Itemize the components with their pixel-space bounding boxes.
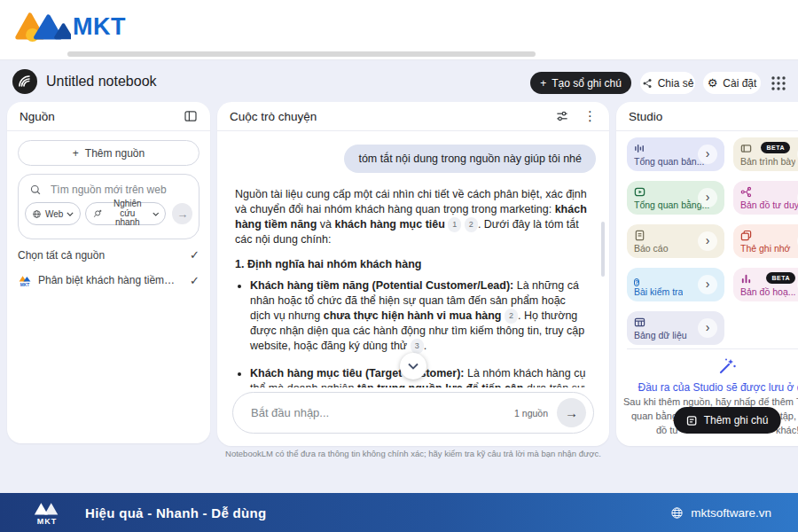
footer-mkt-logo-text: MKT — [37, 517, 58, 526]
scroll-to-bottom-button[interactable] — [400, 353, 426, 379]
response-heading: 1. Định nghĩa hai nhóm khách hàng — [235, 257, 588, 272]
plus-icon: + — [73, 147, 79, 160]
mkt-logo: MKT — [12, 6, 126, 47]
notebook-title[interactable]: Untitled notebook — [46, 74, 157, 90]
card-quiz[interactable]: ? Bài kiểm tra › — [627, 268, 724, 301]
globe-icon — [670, 506, 684, 520]
chat-panel: Cuộc trò chuyện ⋮ tóm tắt nội dung trong… — [217, 102, 609, 446]
card-flashcards[interactable]: Thẻ ghi nhớ › — [733, 224, 798, 258]
share-icon — [642, 78, 653, 89]
chevron-down-icon — [66, 212, 74, 216]
more-menu-icon[interactable]: ⋮ — [583, 108, 597, 124]
studio-panel-title: Studio — [629, 110, 662, 123]
citation-chip[interactable]: 1 — [448, 217, 461, 232]
search-submit-button[interactable]: → — [172, 203, 192, 224]
footer-website[interactable]: mktsoftware.vn — [670, 506, 771, 520]
sources-panel-title: Nguồn — [20, 110, 55, 123]
studio-empty-title: Đầu ra của Studio sẽ được lưu ở đây. — [616, 381, 798, 394]
citation-chip[interactable]: 2 — [505, 309, 518, 324]
chat-input-box: 1 nguồn → — [232, 392, 594, 434]
response-bullet: Khách hàng tiềm năng (Potential Customer… — [250, 278, 588, 354]
chevron-down-icon — [153, 212, 159, 216]
chat-panel-title: Cuộc trò chuyện — [230, 110, 317, 123]
share-button[interactable]: Chia sẻ — [640, 72, 695, 94]
chevron-right-icon[interactable]: › — [698, 188, 717, 207]
web-search-input[interactable] — [49, 183, 182, 197]
chat-input[interactable] — [249, 405, 514, 420]
citation-chip[interactable]: 2 — [465, 217, 478, 232]
web-search-card: Web Nghiên cứunhanh → — [18, 174, 200, 239]
web-filter-chip[interactable]: Web — [25, 202, 81, 225]
citation-chip[interactable]: 3 — [411, 339, 424, 354]
card-report[interactable]: Báo cáo › — [627, 224, 724, 258]
card-data-table[interactable]: Bảng dữ liệu › — [627, 311, 724, 345]
sources-panel: Nguồn + Thêm nguồn — [7, 102, 210, 443]
svg-text:MKT: MKT — [20, 283, 29, 287]
mind-map-icon — [740, 186, 752, 198]
footer-mkt-logo-icon — [32, 499, 62, 517]
horizontal-scrollbar[interactable] — [67, 51, 536, 57]
source-favicon-mkt: MKT — [18, 273, 32, 287]
studio-hint-line1: Sau khi thêm nguồn, hãy nhấp để thêm T — [623, 396, 798, 407]
search-icon — [29, 184, 42, 196]
add-note-button[interactable]: Thêm ghi chú — [674, 407, 781, 434]
video-overview-icon — [634, 186, 645, 198]
card-video-overview[interactable]: Tổng quan bằng... › — [627, 181, 724, 215]
mkt-logo-icon — [12, 6, 71, 47]
create-note-button[interactable]: + Tạo sổ ghi chú — [530, 72, 631, 94]
disclaimer-text: NotebookLM có thể đưa ra thông tin không… — [217, 449, 609, 458]
source-count: 1 nguồn — [514, 408, 548, 419]
report-icon — [634, 230, 645, 241]
chat-messages: tóm tắt nội dung trong nguồn này giúp tô… — [217, 132, 609, 387]
source-list-item[interactable]: MKT Phân biệt khách hàng tiềm năng ... ✓ — [18, 273, 200, 287]
beta-badge: BETA — [766, 272, 795, 284]
chat-scrollbar[interactable] — [601, 222, 605, 277]
audio-overview-icon — [634, 143, 645, 154]
chevron-right-icon[interactable]: › — [698, 318, 717, 338]
footer-mkt-logo: MKT — [32, 499, 62, 526]
chevron-right-icon[interactable]: › — [698, 145, 717, 164]
arrow-right-icon: → — [176, 207, 188, 221]
research-mode-chip[interactable]: Nghiên cứunhanh — [85, 202, 166, 225]
collapse-panel-icon[interactable] — [184, 109, 198, 123]
tune-icon[interactable] — [555, 109, 569, 123]
site-footer: MKT Hiệu quả - Nhanh - Dễ dùng mktsoftwa… — [0, 493, 798, 532]
studio-panel: Studio Tổng quan bản... › BETA Bản trình… — [616, 102, 798, 446]
chevron-right-icon[interactable]: › — [698, 231, 717, 251]
card-audio-overview[interactable]: Tổng quan bản... › — [627, 137, 724, 171]
user-message-bubble: tóm tắt nội dung trong nguồn này giúp tô… — [344, 145, 596, 173]
magic-wand-icon — [616, 356, 798, 380]
apps-grid-icon[interactable] — [771, 75, 786, 91]
arrow-right-icon: → — [565, 405, 578, 420]
card-infographic[interactable]: BETA Bản đồ hoạ... › — [733, 268, 798, 301]
globe-icon — [32, 209, 42, 219]
page: MKT Untitled notebook + Tạo sổ ghi chú C… — [0, 0, 798, 532]
settings-button[interactable]: ⚙ Cài đặt — [703, 72, 761, 94]
chevron-right-icon[interactable]: › — [698, 275, 717, 294]
card-mind-map[interactable]: Bản đồ tư duy › — [733, 181, 798, 215]
add-source-button[interactable]: + Thêm nguồn — [18, 140, 200, 166]
source-title: Phân biệt khách hàng tiềm năng ... — [38, 274, 176, 286]
studio-divider — [627, 348, 798, 349]
chevron-down-icon — [408, 363, 419, 370]
presentation-icon — [740, 143, 752, 154]
select-all-checkbox[interactable]: ✓ — [190, 248, 200, 262]
footer-tagline: Hiệu quả - Nhanh - Dễ dùng — [85, 505, 266, 520]
quiz-icon: ? — [634, 278, 639, 286]
card-presentation[interactable]: BETA Bản trình bày › — [733, 137, 798, 171]
site-header: MKT — [0, 0, 798, 60]
plus-icon: + — [540, 77, 546, 90]
notebooklm-app: Untitled notebook + Tạo sổ ghi chú Chia … — [0, 60, 798, 493]
flashcards-icon — [740, 230, 752, 241]
quick-research-icon — [92, 208, 102, 219]
select-all-row: Chọn tất cả nguồn ✓ — [18, 248, 200, 262]
mkt-logo-text: MKT — [73, 13, 126, 41]
beta-badge: BETA — [761, 142, 790, 153]
data-table-icon — [634, 317, 645, 328]
infographic-icon — [740, 273, 752, 285]
notebooklm-logo-icon — [12, 69, 37, 94]
note-icon — [686, 415, 698, 426]
send-button[interactable]: → — [557, 398, 586, 427]
gear-icon: ⚙ — [708, 76, 718, 90]
source-checkbox[interactable]: ✓ — [190, 274, 200, 287]
